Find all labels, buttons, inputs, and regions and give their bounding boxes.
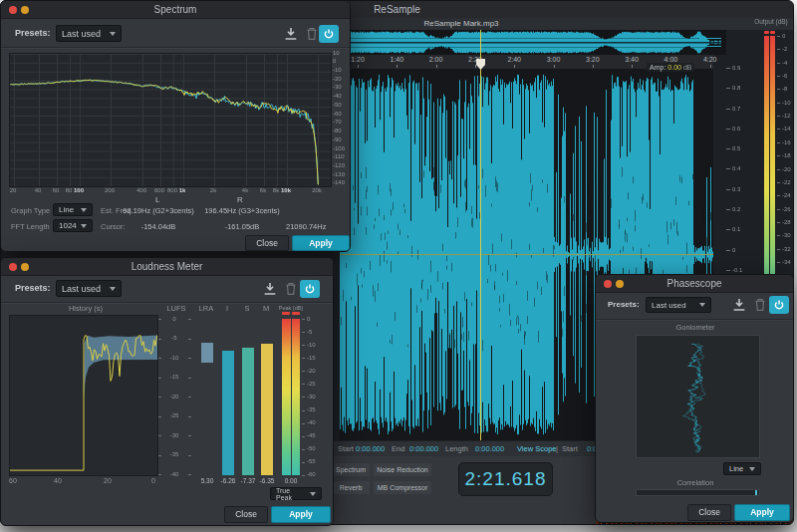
- peak-scale-tick: [302, 410, 305, 411]
- fft-length-dropdown[interactable]: 1024: [53, 219, 93, 232]
- output-scale-label: -20: [782, 166, 791, 172]
- output-scale-label: -6: [782, 73, 787, 79]
- fft-length-label: FFT Length: [11, 222, 50, 231]
- spectrum-x-tick-label: 200: [98, 187, 122, 193]
- view-scope-link[interactable]: View Scope: [517, 444, 556, 453]
- status-start-label: Start: [338, 444, 354, 453]
- close-button[interactable]: Close: [224, 506, 268, 523]
- apply-button[interactable]: Apply: [734, 504, 790, 521]
- correlation-label: Correlation: [596, 478, 794, 487]
- spectrum-y-tick-label: 10: [333, 50, 340, 56]
- history-x-tick-label: 40: [48, 477, 68, 484]
- col-m: M: [257, 304, 275, 313]
- channel-l-label: L: [155, 195, 159, 204]
- lufs-scale-tick: [158, 474, 161, 475]
- integrated-bar: [222, 351, 234, 475]
- cursor-l-value: -154.04dB: [119, 222, 198, 231]
- status-length-label: Length: [445, 444, 468, 453]
- output-scale-tick: [777, 63, 780, 64]
- loudness-history-graph[interactable]: [10, 316, 157, 475]
- output-scale-tick: [777, 209, 780, 210]
- trash-icon[interactable]: [283, 281, 299, 297]
- peak-meter-bar-left: [282, 319, 291, 475]
- power-button[interactable]: [300, 280, 320, 298]
- lufs-scale-tick: [158, 455, 161, 456]
- power-button[interactable]: [769, 296, 789, 314]
- peak-scale-tick: [302, 397, 305, 398]
- correlation-bar: [636, 489, 760, 496]
- spectrum-y-tick-label: -10: [333, 67, 342, 73]
- close-button[interactable]: Close: [245, 235, 289, 251]
- lufs-scale-label: -15: [162, 374, 186, 380]
- status-length-value[interactable]: 0:00.000: [475, 444, 504, 453]
- trash-icon[interactable]: [752, 297, 768, 313]
- loudness-titlebar[interactable]: Loudness Meter: [1, 258, 333, 276]
- lufs-scale-tick: [188, 397, 191, 398]
- clip-led-right[interactable]: [770, 31, 775, 34]
- status-start-value[interactable]: 0:00.000: [356, 444, 385, 453]
- spectrum-y-tick-label: -20: [333, 76, 342, 82]
- history-x-tick-label: 20: [98, 477, 118, 484]
- trash-icon[interactable]: [304, 26, 320, 42]
- phasescope-titlebar[interactable]: Phasescope: [596, 275, 793, 293]
- amp-scale-tick: [726, 168, 730, 169]
- amp-scale-tick: [726, 88, 730, 89]
- amp-scale-label: 0.9: [732, 65, 740, 71]
- output-scale-tick: [777, 103, 780, 104]
- spectrum-titlebar[interactable]: Spectrum: [1, 1, 350, 19]
- close-button[interactable]: Close: [687, 504, 731, 521]
- true-peak-dropdown[interactable]: True Peak: [270, 487, 322, 500]
- caret-down-icon: [749, 467, 755, 471]
- ruler-tick-label: 2:00: [421, 56, 451, 63]
- lufs-scale-tick: [158, 378, 161, 379]
- spectrum-y-tick-label: -70: [333, 119, 342, 125]
- download-icon[interactable]: [262, 281, 278, 297]
- ruler-tick-mark: [554, 65, 555, 68]
- power-button[interactable]: [319, 25, 339, 43]
- correlation-marker: [755, 490, 757, 495]
- amp-scale-label: 0.6: [732, 126, 740, 132]
- download-icon[interactable]: [283, 26, 299, 42]
- clip-led-left[interactable]: [764, 31, 769, 34]
- amp-scale-label: 0.8: [732, 85, 740, 91]
- apply-button[interactable]: Apply: [292, 235, 350, 251]
- lra-bar: [201, 343, 213, 363]
- output-scale-tick: [777, 89, 780, 90]
- spectrum-y-tick-label: -140: [333, 179, 345, 185]
- true-peak-value: True Peak: [276, 487, 306, 501]
- download-icon[interactable]: [731, 297, 747, 313]
- tab-resample-mark[interactable]: ReSample Mark.mp3: [352, 19, 571, 28]
- amp-scale-label: 0.4: [732, 165, 740, 171]
- peak-scale-label: -20: [307, 368, 316, 374]
- waveform-overview[interactable]: [345, 30, 726, 55]
- tool-mb-compressor-button[interactable]: MB Compressor: [374, 481, 431, 494]
- ruler-tick-label: 2:40: [499, 56, 529, 63]
- tool-spectrum-button[interactable]: Spectrum: [332, 463, 370, 476]
- peak-clip-led-right[interactable]: [292, 312, 300, 315]
- lufs-scale-tick: [158, 435, 161, 436]
- caret-down-icon: [110, 32, 116, 36]
- presets-dropdown[interactable]: Last used: [56, 280, 122, 297]
- presets-label: Presets:: [15, 283, 51, 293]
- ruler-tick-mark: [514, 65, 515, 68]
- spectrum-x-tick-label: 20: [1, 187, 25, 193]
- line-mode-dropdown[interactable]: Line: [723, 462, 761, 475]
- tool-reverb-button[interactable]: Reverb: [332, 481, 370, 494]
- amp-value[interactable]: 0.00: [667, 64, 681, 71]
- peak-db-label: Peak (dB): [274, 305, 308, 311]
- presets-dropdown[interactable]: Last used: [56, 25, 122, 42]
- loudness-meter-panel: Loudness Meter Presets: Last used Histor…: [0, 257, 334, 526]
- amp-scale-tick: [726, 189, 730, 190]
- peak-clip-led-left[interactable]: [282, 312, 290, 315]
- playhead-line[interactable]: [480, 30, 481, 440]
- status-end-value[interactable]: 0:00.000: [409, 444, 438, 453]
- peak-scale-tick: [302, 449, 305, 450]
- presets-dropdown[interactable]: Last used: [646, 297, 711, 313]
- tool-noise-reduction-button[interactable]: Noise Reduction: [374, 463, 431, 476]
- amp-label: Amp:: [650, 64, 665, 71]
- graph-type-dropdown[interactable]: Line: [53, 203, 93, 216]
- output-scale-tick: [777, 36, 780, 37]
- spectrum-y-tick-label: -100: [333, 145, 345, 151]
- apply-button[interactable]: Apply: [271, 506, 331, 523]
- spectrum-graph[interactable]: [10, 54, 331, 186]
